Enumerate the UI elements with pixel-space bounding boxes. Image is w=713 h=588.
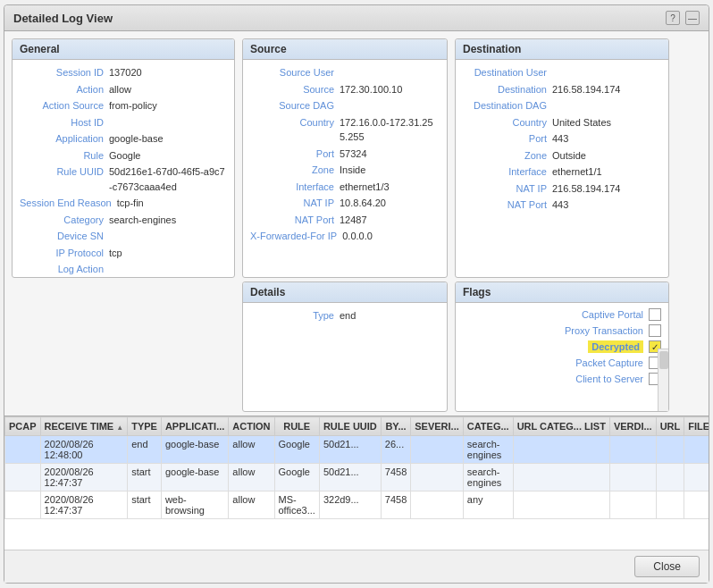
- col-rule: RULE: [274, 417, 319, 436]
- table-cell: 26...: [381, 436, 410, 464]
- details-panel-body: Type end: [243, 303, 447, 411]
- table-cell: [684, 436, 709, 464]
- table-cell: 50d21...: [319, 464, 381, 491]
- proxy-transaction-checkbox[interactable]: [649, 324, 661, 337]
- table-row[interactable]: 2020/08/26 12:47:37startgoogle-baseallow…: [5, 464, 709, 491]
- field-source-interface: Interface ethernet1/3: [250, 180, 440, 195]
- field-dest-nat-port: NAT Port 443: [463, 197, 661, 213]
- field-session-end-reason: Session End Reason tcp-fin: [20, 196, 227, 211]
- log-table-container[interactable]: PCAP RECEIVE TIME ▲ TYPE APPLICATI... AC…: [4, 416, 709, 550]
- table-cell: 2020/08/26 12:47:37: [40, 491, 128, 519]
- flag-client-to-server: Client to Server: [463, 373, 661, 385]
- detailed-log-view-dialog: Detailed Log View ? — General Session ID…: [4, 4, 709, 584]
- table-cell: [684, 491, 709, 519]
- field-host-id: Host ID: [20, 115, 227, 130]
- table-cell: google-base: [161, 464, 228, 491]
- minimize-icon[interactable]: —: [685, 11, 700, 25]
- col-url: URL: [656, 417, 684, 436]
- field-source: Source 172.30.100.10: [250, 82, 440, 97]
- table-cell: [411, 491, 464, 519]
- table-cell: google-base: [161, 436, 228, 464]
- table-cell: [656, 491, 684, 519]
- destination-panel: Destination Destination User Destination…: [455, 38, 669, 278]
- col-rule-uuid: RULE UUID: [319, 417, 381, 436]
- field-destination: Destination 216.58.194.174: [463, 82, 661, 97]
- table-cell: [5, 491, 41, 519]
- field-dest-interface: Interface ethernet1/1: [463, 164, 661, 180]
- sort-arrow-receive-time: ▲: [116, 424, 123, 432]
- field-source-country: Country 172.16.0.0-172.31.255.255: [250, 115, 440, 145]
- field-action: Action allow: [20, 82, 227, 97]
- table-cell: start: [128, 464, 162, 491]
- field-source-dag: Source DAG: [250, 98, 440, 113]
- table-cell: Google: [274, 464, 319, 491]
- flag-proxy-transaction: Proxy Transaction: [463, 324, 661, 337]
- log-table: PCAP RECEIVE TIME ▲ TYPE APPLICATI... AC…: [4, 416, 709, 519]
- table-cell: [5, 464, 41, 491]
- field-rule-uuid: Rule UUID 50d216e1-67d0-46f5-a9c7-c7673c…: [20, 164, 227, 194]
- field-session-id: Session ID 137020: [20, 65, 227, 80]
- flags-panel: Flags Captive Portal Proxy Transaction D…: [455, 281, 669, 412]
- details-panel: Details Type end: [242, 281, 448, 412]
- flag-captive-portal: Captive Portal: [463, 308, 661, 321]
- table-cell: [684, 464, 709, 491]
- field-dest-dag: Destination DAG: [463, 98, 661, 113]
- col-verdict: VERDI...: [609, 417, 656, 436]
- flags-panel-header: Flags: [456, 282, 668, 303]
- table-cell: search-engines: [463, 436, 513, 464]
- field-x-forwarded-for: X-Forwarded-For IP 0.0.0.0: [250, 229, 440, 244]
- field-ip-protocol: IP Protocol tcp: [20, 246, 227, 261]
- table-cell: [513, 464, 609, 491]
- field-dest-country: Country United States: [463, 115, 661, 130]
- table-cell: allow: [229, 436, 274, 464]
- flag-packet-capture: Packet Capture: [463, 357, 661, 369]
- table-row[interactable]: 2020/08/26 12:47:37startweb-browsingallo…: [5, 491, 709, 519]
- field-dest-nat-ip: NAT IP 216.58.194.174: [463, 181, 661, 197]
- col-receive-time[interactable]: RECEIVE TIME ▲: [40, 417, 128, 436]
- table-cell: [656, 436, 684, 464]
- field-device-sn: Device SN: [20, 229, 227, 244]
- destination-panel-body: Destination User Destination 216.58.194.…: [456, 60, 668, 277]
- table-cell: allow: [229, 491, 274, 519]
- field-source-nat-port: NAT Port 12487: [250, 213, 440, 228]
- decrypted-label: Decrypted: [588, 340, 643, 353]
- field-log-action: Log Action: [20, 262, 227, 277]
- help-icon[interactable]: ?: [666, 11, 680, 25]
- general-panel-header: General: [13, 39, 234, 60]
- field-source-nat-ip: NAT IP 10.8.64.20: [250, 196, 440, 211]
- field-dest-zone: Zone Outside: [463, 148, 661, 164]
- table-cell: [656, 464, 684, 491]
- table-cell: any: [463, 491, 513, 519]
- table-cell: 2020/08/26 12:47:37: [40, 464, 128, 491]
- details-panel-header: Details: [243, 282, 447, 303]
- table-cell: start: [128, 491, 162, 519]
- table-cell: [513, 491, 609, 519]
- col-action: ACTION: [229, 417, 274, 436]
- table-cell: web-browsing: [161, 491, 228, 519]
- table-cell: [609, 436, 656, 464]
- flag-decrypted: Decrypted: [463, 340, 661, 353]
- close-button[interactable]: Close: [634, 556, 700, 577]
- table-cell: Google: [274, 436, 319, 464]
- field-dest-user: Destination User: [463, 65, 661, 80]
- col-type: TYPE: [128, 417, 162, 436]
- table-cell: 7458: [381, 491, 410, 519]
- table-row[interactable]: 2020/08/26 12:48:00endgoogle-baseallowGo…: [5, 436, 709, 464]
- table-cell: end: [128, 436, 162, 464]
- source-panel-body: Source User Source 172.30.100.10 Source …: [243, 60, 447, 277]
- captive-portal-checkbox[interactable]: [649, 308, 661, 321]
- col-severity: SEVERI...: [411, 417, 464, 436]
- col-url-categ: URL CATEG... LIST: [513, 417, 609, 436]
- general-panel-body: Session ID 137020 Action allow Action So…: [13, 60, 234, 277]
- field-type: Type end: [250, 308, 440, 323]
- table-cell: 322d9...: [319, 491, 381, 519]
- table-cell: [609, 464, 656, 491]
- field-source-port: Port 57324: [250, 147, 440, 162]
- col-bytes: BY...: [381, 417, 410, 436]
- log-table-section: PCAP RECEIVE TIME ▲ TYPE APPLICATI... AC…: [4, 416, 709, 550]
- field-source-zone: Zone Inside: [250, 163, 440, 178]
- col-application: APPLICATI...: [161, 417, 228, 436]
- table-cell: 7458: [381, 464, 410, 491]
- field-source-user: Source User: [250, 65, 440, 80]
- table-cell: 50d21...: [319, 436, 381, 464]
